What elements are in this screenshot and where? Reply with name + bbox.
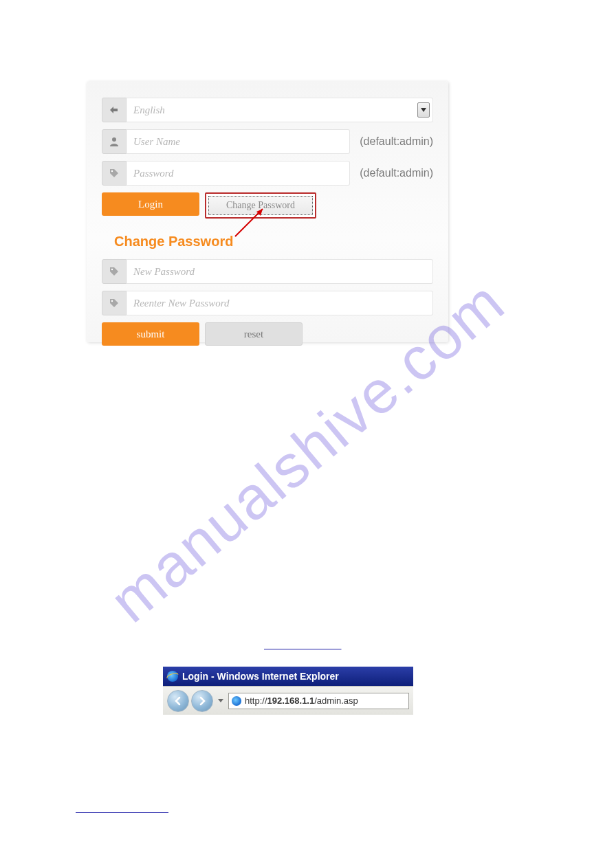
tag-icon bbox=[102, 291, 127, 315]
language-row: English bbox=[102, 98, 433, 122]
reset-button-label: reset bbox=[244, 329, 263, 340]
dropdown-button[interactable] bbox=[417, 102, 430, 118]
ie-window-title: Login - Windows Internet Explorer bbox=[182, 671, 339, 682]
submit-button[interactable]: submit bbox=[102, 322, 199, 346]
svg-point-2 bbox=[111, 269, 113, 270]
back-button[interactable] bbox=[167, 690, 189, 712]
tag-icon bbox=[102, 161, 127, 186]
language-icon bbox=[102, 98, 127, 122]
login-button[interactable]: Login bbox=[102, 192, 199, 216]
url-path: /admin.asp bbox=[314, 695, 358, 706]
ie-toolbar: http://192.168.1.1/admin.asp bbox=[163, 686, 413, 715]
address-bar[interactable]: http://192.168.1.1/admin.asp bbox=[228, 693, 409, 709]
button-row-1: Login Change Password bbox=[102, 192, 433, 219]
ie-icon bbox=[167, 671, 178, 682]
login-button-label: Login bbox=[138, 199, 163, 210]
admin-url-link[interactable] bbox=[264, 639, 342, 651]
new-password-row: New Password bbox=[102, 259, 433, 284]
password-placeholder: Password bbox=[133, 168, 174, 179]
forward-button[interactable] bbox=[191, 690, 213, 712]
ie-browser-window: Login - Windows Internet Explorer http:/… bbox=[163, 667, 413, 715]
ie-title-bar: Login - Windows Internet Explorer bbox=[163, 667, 413, 686]
new-password-placeholder: New Password bbox=[133, 266, 195, 278]
button-row-2: submit reset bbox=[102, 322, 433, 346]
reset-button[interactable]: reset bbox=[205, 322, 303, 346]
svg-point-0 bbox=[112, 137, 116, 142]
change-password-title: Change Password bbox=[114, 234, 433, 249]
language-select[interactable]: English bbox=[127, 98, 433, 122]
new-password-input[interactable]: New Password bbox=[127, 259, 433, 284]
admin-asp-link[interactable] bbox=[76, 803, 168, 814]
reenter-password-row: Reenter New Password bbox=[102, 291, 433, 315]
language-value: English bbox=[133, 104, 165, 116]
change-password-button[interactable]: Change Password bbox=[205, 192, 316, 219]
page-icon bbox=[232, 696, 241, 706]
username-hint: (default:admin) bbox=[360, 135, 433, 148]
password-row: Password (default:admin) bbox=[102, 161, 433, 186]
svg-point-1 bbox=[111, 170, 113, 172]
person-icon bbox=[102, 129, 127, 154]
username-placeholder: User Name bbox=[133, 136, 180, 148]
reenter-password-placeholder: Reenter New Password bbox=[133, 298, 229, 309]
history-dropdown[interactable] bbox=[215, 692, 226, 710]
tag-icon bbox=[102, 259, 127, 284]
username-row: User Name (default:admin) bbox=[102, 129, 433, 154]
address-text: http://192.168.1.1/admin.asp bbox=[245, 695, 358, 706]
password-hint: (default:admin) bbox=[360, 167, 433, 179]
username-input[interactable]: User Name bbox=[127, 129, 350, 154]
login-panel: English User Name (default:admin) Passwo… bbox=[87, 81, 448, 342]
submit-button-label: submit bbox=[137, 329, 165, 340]
svg-point-3 bbox=[111, 300, 113, 302]
change-password-label: Change Password bbox=[226, 200, 295, 211]
reenter-password-input[interactable]: Reenter New Password bbox=[127, 291, 433, 315]
change-password-button-inner: Change Password bbox=[208, 196, 313, 215]
url-host: 192.168.1.1 bbox=[267, 695, 315, 706]
url-prefix: http:// bbox=[245, 695, 267, 706]
password-input[interactable]: Password bbox=[127, 161, 350, 186]
